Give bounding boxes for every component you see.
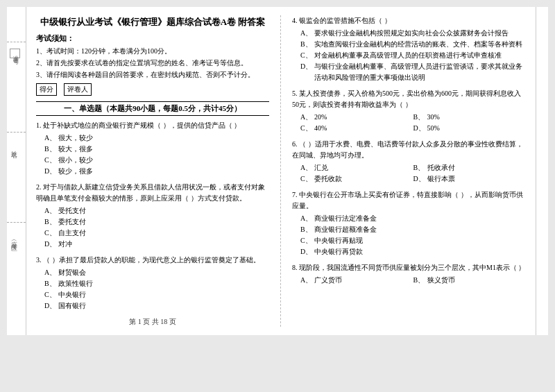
q6-option-d: D、 银行本票	[413, 173, 527, 185]
q7-option-c: C、 中央银行再贴现	[300, 235, 526, 246]
notice-section: 考试须知： 1、考试时间：120分钟，本卷满分为100分。 2、请首先按要求在试…	[36, 33, 269, 80]
q3-option-b: B、 政策性银行	[44, 278, 269, 289]
question-2-text: 2. 对于与借款人新建立信贷业务关系且借款人信用状况一般，或者支付对象明确且单笔…	[36, 182, 269, 204]
q5-option-a: A、 20%	[300, 112, 413, 123]
question-3-options: A、 财贸银会 B、 政策性银行 C、 中央银行 D、 国有银行	[36, 267, 269, 312]
question-6-options: A、 汇兑 B、 托收承付 C、 委托收款 D、 银行本票	[292, 162, 526, 185]
q4-option-c: C、 对金融机构董事及高级管理人员的任职资格进行考试申查核准	[300, 50, 526, 61]
q1-option-b: B、 较大，很多	[44, 144, 269, 155]
q3-option-a: A、 财贸银会	[44, 267, 269, 278]
q7-option-b: B、 商业银行超额准备金	[300, 224, 526, 235]
question-8: 8. 现阶段，我国流通性不同货币供应量被划分为三个层次，其中M1表示（ ） A、…	[292, 262, 526, 286]
right-margin	[536, 7, 548, 335]
question-6-text: 6. （ ）适用于水费、电费、电话费等付款人众多及分散的事业性收费结算，在同城、…	[292, 139, 526, 161]
q1-option-d: D、 较少，很多	[44, 166, 269, 177]
q2-option-a: A、 受托支付	[44, 205, 269, 216]
notice-title: 考试须知：	[36, 33, 269, 44]
question-1-text: 1. 处于补缺式地位的商业银行资产规模（ ），提供的信贷产品（ ）	[36, 120, 269, 131]
q6-option-b: B、 托收承付	[413, 162, 527, 173]
question-8-options: A、 广义货币 B、 狭义货币	[292, 275, 526, 286]
q3-option-c: C、 中央银行	[44, 289, 269, 300]
question-6: 6. （ ）适用于水费、电费、电话费等付款人众多及分散的事业性收费结算，在同城、…	[292, 139, 526, 185]
q1-option-a: A、 很大，较少	[44, 133, 269, 144]
q4-option-d: D、 与银行业金融机构董事、高级管理人员进行监管谈话，要求其就业务活动和风险管理…	[300, 61, 526, 83]
page-title: 中级银行从业考试《银行管理》题库综合试卷A卷 附答案	[36, 15, 269, 29]
score-row: 得分 评卷人	[36, 83, 269, 96]
q3-option-d: D、 国有银行	[44, 300, 269, 312]
question-1-options: A、 很大，较少 B、 较大，很多 C、 很小，较少 D、 较少，很多	[36, 133, 269, 177]
right-column: 4. 银监会的监管措施不包括（ ） A、 要求银行业金融机构按照规定如实向社会公…	[281, 15, 526, 327]
left-margin: 准考证号 姓名 座（考区）	[7, 7, 26, 335]
q5-option-c: C、 40%	[300, 123, 413, 134]
question-4-options: A、 要求银行业金融机构按照规定如实向社会公众披露财务会计报告 B、 实地查阅银…	[292, 28, 526, 83]
q1-option-c: C、 很小，较少	[44, 155, 269, 166]
q5-option-d: D、 50%	[413, 123, 527, 134]
notice-item-2: 2、请首先按要求在试卷的指定位置填写您的姓名、准考证号等信息。	[36, 58, 269, 69]
q2-option-c: C、 自主支付	[44, 228, 269, 239]
main-content: 中级银行从业考试《银行管理》题库综合试卷A卷 附答案 考试须知： 1、考试时间：…	[26, 7, 536, 335]
question-3: 3. （ ）承担了最后贷款人的职能，为现代意义上的银行监管奠定了基础。 A、 财…	[36, 255, 269, 312]
page-footer: 第 1 页 共 18 页	[36, 317, 269, 327]
kaoshi-zheng-label: 准考证号	[10, 49, 20, 58]
left-column: 中级银行从业考试《银行管理》题库综合试卷A卷 附答案 考试须知： 1、考试时间：…	[36, 15, 281, 327]
q7-option-a: A、 商业银行法定准备金	[300, 213, 526, 224]
q2-option-b: B、 委托支付	[44, 216, 269, 228]
section1-title: 一、单选题（本题共90小题，每题0.5分，共计45分）	[36, 101, 269, 116]
zuowei-label: 座（考区）	[10, 236, 19, 243]
exam-page: 准考证号 姓名 座（考区） 中级银行从业考试《银行管理》题库综合试卷A卷 附答案…	[7, 7, 548, 335]
q6-option-c: C、 委托收款	[300, 173, 413, 185]
cut-line-top	[7, 42, 26, 42]
question-4: 4. 银监会的监管措施不包括（ ） A、 要求银行业金融机构按照规定如实向社会公…	[292, 15, 526, 83]
cut-line-mid	[7, 132, 26, 133]
question-8-text: 8. 现阶段，我国流通性不同货币供应量被划分为三个层次，其中M1表示（ ）	[292, 262, 526, 273]
question-4-text: 4. 银监会的监管措施不包括（ ）	[292, 15, 526, 26]
q8-option-a: A、 广义货币	[300, 275, 413, 286]
q4-option-b: B、 实地查阅银行业金融机构的经营活动的账表、文件、档案等各种资料	[300, 39, 526, 50]
question-5-options: A、 20% B、 30% C、 40% D、 50%	[292, 112, 526, 134]
notice-item-1: 1、考试时间：120分钟，本卷满分为100分。	[36, 46, 269, 57]
question-1: 1. 处于补缺式地位的商业银行资产规模（ ），提供的信贷产品（ ） A、 很大，…	[36, 120, 269, 177]
xingming-label: 姓名	[10, 146, 19, 148]
q4-option-a: A、 要求银行业金融机构按照规定如实向社会公众披露财务会计报告	[300, 28, 526, 39]
question-5-text: 5. 某人投资债券，买入价格为500元，卖出价格为600元，期间获得利息收入50…	[292, 88, 526, 110]
q8-option-b: B、 狭义货币	[413, 275, 527, 286]
q5-option-b: B、 30%	[413, 112, 527, 123]
q7-option-d: D、 中央银行再贷款	[300, 246, 526, 257]
evaluator-label: 评卷人	[64, 83, 92, 96]
score-label: 得分	[36, 83, 57, 96]
question-7-text: 7. 中央银行在公开市场上买卖有价证券，特直接影响（ ），从而影响货币供应量。	[292, 189, 526, 212]
q6-option-a: A、 汇兑	[300, 162, 413, 173]
cut-line-lower	[7, 222, 26, 223]
notice-item-3: 3、请仔细阅读各种题目的回答要求，在密封线内规范、否则不予计分。	[36, 69, 269, 80]
question-2-options: A、 受托支付 B、 委托支付 C、 自主支付 D、 对冲	[36, 205, 269, 250]
question-5: 5. 某人投资债券，买入价格为500元，卖出价格为600元，期间获得利息收入50…	[292, 88, 526, 134]
question-7: 7. 中央银行在公开市场上买卖有价证券，特直接影响（ ），从而影响货币供应量。 …	[292, 189, 526, 257]
question-7-options: A、 商业银行法定准备金 B、 商业银行超额准备金 C、 中央银行再贴现 D、 …	[292, 213, 526, 257]
question-2: 2. 对于与借款人新建立信贷业务关系且借款人信用状况一般，或者支付对象明确且单笔…	[36, 182, 269, 250]
q2-option-d: D、 对冲	[44, 239, 269, 250]
question-3-text: 3. （ ）承担了最后贷款人的职能，为现代意义上的银行监管奠定了基础。	[36, 255, 269, 266]
